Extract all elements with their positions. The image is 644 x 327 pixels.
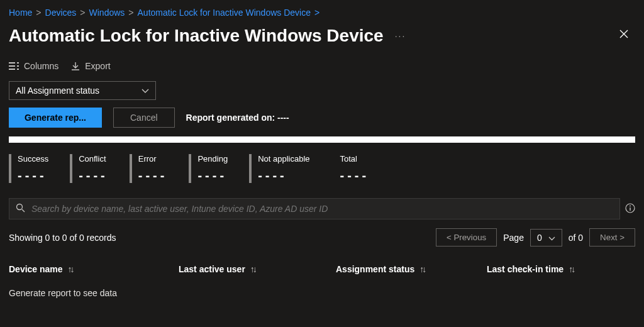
stat-label: Success (18, 154, 48, 164)
stat-value: ---- (340, 169, 370, 183)
stat-value: ---- (18, 169, 48, 183)
records-count: Showing 0 to 0 of 0 records (9, 233, 116, 243)
close-icon[interactable] (613, 25, 635, 46)
chevron-down-icon (548, 233, 555, 243)
more-actions-icon[interactable]: ··· (395, 31, 406, 41)
page-selector[interactable]: 0 (530, 229, 562, 247)
chevron-right-icon: > (36, 8, 41, 18)
stat-value: ---- (79, 169, 108, 183)
stat-total: Total ---- (331, 154, 370, 183)
stat-label: Error (138, 154, 168, 164)
chevron-right-icon: > (314, 8, 319, 18)
stat-accent-bar (70, 154, 72, 183)
progress-bar (9, 136, 635, 143)
stat-accent-bar (331, 154, 334, 183)
columns-button[interactable]: Columns (9, 61, 58, 71)
column-device-name[interactable]: Device name ↑↓ (9, 264, 172, 274)
sort-icon: ↑↓ (569, 264, 574, 274)
report-generated-label: Report generated on: ---- (186, 113, 289, 123)
column-last-active-user[interactable]: Last active user ↑↓ (179, 264, 330, 274)
svg-point-2 (630, 205, 631, 206)
column-label: Device name (9, 264, 63, 274)
stats-row: Success ---- Conflict ---- Error ---- Pe… (9, 154, 635, 183)
download-icon (71, 62, 80, 70)
search-icon (16, 203, 25, 214)
page-of-label: of 0 (569, 233, 583, 243)
stat-success: Success ---- (9, 154, 48, 183)
filter-selected-value: All Assignment status (16, 86, 99, 96)
search-box[interactable] (9, 198, 620, 219)
page-label: Page (503, 233, 524, 243)
toolbar: Columns Export (9, 61, 635, 71)
chevron-right-icon: > (128, 8, 133, 18)
generate-report-button[interactable]: Generate rep... (9, 108, 102, 128)
stat-label: Not applicable (258, 154, 309, 164)
stat-not-applicable: Not applicable ---- (249, 154, 309, 183)
stat-accent-bar (189, 154, 191, 183)
breadcrumb-current[interactable]: Automatic Lock for Inactive Windows Devi… (138, 8, 311, 18)
stat-pending: Pending ---- (189, 154, 228, 183)
export-label: Export (85, 61, 110, 71)
export-button[interactable]: Export (71, 61, 110, 71)
search-input[interactable] (31, 204, 613, 214)
info-icon[interactable] (625, 203, 635, 215)
table-header: Device name ↑↓ Last active user ↑↓ Assig… (9, 258, 635, 280)
next-page-button[interactable]: Next > (589, 228, 635, 247)
stat-error: Error ---- (130, 154, 168, 183)
stat-conflict: Conflict ---- (70, 154, 108, 183)
table-empty-message: Generate report to see data (9, 280, 635, 298)
sort-icon: ↑↓ (68, 264, 73, 274)
stat-value: ---- (138, 169, 168, 183)
stat-accent-bar (130, 154, 132, 183)
columns-label: Columns (24, 61, 58, 71)
breadcrumb-windows[interactable]: Windows (89, 8, 125, 18)
stat-label: Pending (197, 154, 228, 164)
svg-point-0 (17, 204, 23, 210)
column-last-checkin[interactable]: Last check-in time ↑↓ (487, 264, 635, 274)
cancel-button[interactable]: Cancel (113, 108, 175, 128)
stat-value: ---- (258, 169, 309, 183)
sort-icon: ↑↓ (250, 264, 255, 274)
columns-icon (9, 62, 19, 70)
column-label: Last active user (179, 264, 245, 274)
stat-label: Total (340, 154, 370, 164)
sort-icon: ↑↓ (419, 264, 425, 274)
chevron-down-icon (142, 86, 149, 96)
column-assignment-status[interactable]: Assignment status ↑↓ (336, 264, 480, 274)
breadcrumb-devices[interactable]: Devices (45, 8, 77, 18)
previous-page-button[interactable]: < Previous (436, 228, 497, 247)
breadcrumb: Home > Devices > Windows > Automatic Loc… (9, 8, 635, 18)
chevron-right-icon: > (80, 8, 85, 18)
stat-accent-bar (9, 154, 11, 183)
column-label: Assignment status (336, 264, 414, 274)
page-title: Automatic Lock for Inactive Windows Devi… (9, 26, 384, 46)
stat-value: ---- (197, 169, 228, 183)
current-page: 0 (537, 233, 542, 243)
assignment-status-filter[interactable]: All Assignment status (9, 81, 156, 100)
stat-label: Conflict (79, 154, 108, 164)
stat-accent-bar (249, 154, 252, 183)
column-label: Last check-in time (487, 264, 564, 274)
breadcrumb-home[interactable]: Home (9, 8, 32, 18)
